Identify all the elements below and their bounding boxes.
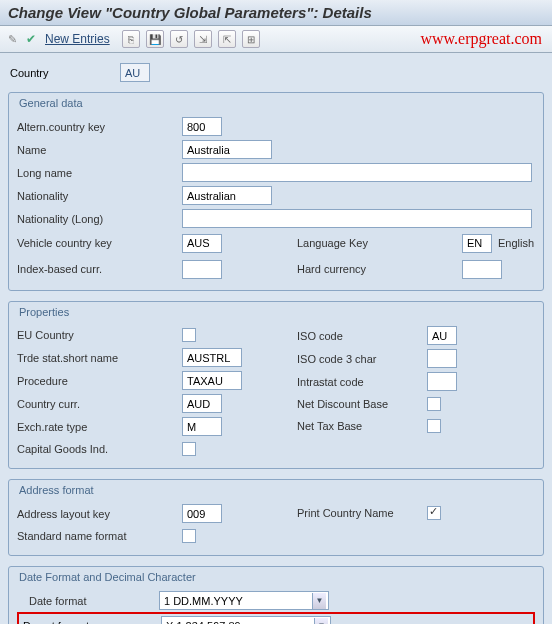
language-key-label: Language Key	[297, 237, 462, 249]
group-title-address: Address format	[19, 484, 535, 496]
eu-country-checkbox[interactable]	[182, 328, 196, 342]
hard-curr-input[interactable]	[462, 260, 502, 279]
watermark-text: www.erpgreat.com	[420, 30, 542, 48]
nationality-long-label: Nationality (Long)	[17, 213, 182, 225]
group-title-dateformat: Date Format and Decimal Character	[19, 571, 535, 583]
std-name-checkbox[interactable]	[182, 529, 196, 543]
export-icon[interactable]: ⇲	[194, 30, 212, 48]
altern-key-label: Altern.country key	[17, 121, 182, 133]
import-icon[interactable]: ⇱	[218, 30, 236, 48]
index-curr-label: Index-based curr.	[17, 263, 182, 275]
language-name-text: English	[498, 237, 534, 249]
exch-rate-label: Exch.rate type	[17, 421, 182, 433]
net-discount-label: Net Discount Base	[297, 398, 427, 410]
dec-format-label: Dec.pt.format	[23, 620, 161, 625]
properties-group: Properties EU Country Trde stat.short na…	[8, 301, 544, 469]
nationality-input[interactable]	[182, 186, 272, 205]
vehicle-key-input[interactable]	[182, 234, 222, 253]
iso3-label: ISO code 3 char	[297, 353, 427, 365]
date-format-select[interactable]: 1 DD.MM.YYYY ▼	[159, 591, 329, 610]
eu-country-label: EU Country	[17, 329, 182, 341]
iso-input[interactable]	[427, 326, 457, 345]
chevron-down-icon: ▼	[312, 593, 326, 609]
name-input[interactable]	[182, 140, 272, 159]
capital-goods-label: Capital Goods Ind.	[17, 443, 182, 455]
altern-key-input[interactable]	[182, 117, 222, 136]
intrastat-input[interactable]	[427, 372, 457, 391]
save-icon[interactable]: 💾	[146, 30, 164, 48]
procedure-label: Procedure	[17, 375, 182, 387]
new-entries-link[interactable]: New Entries	[45, 32, 110, 46]
dec-format-highlight: Dec.pt.format X 1,234,567.89 ▼	[17, 612, 535, 624]
country-curr-input[interactable]	[182, 394, 222, 413]
net-tax-checkbox[interactable]	[427, 419, 441, 433]
toolbar: ✎ ✔ New Entries ⎘ 💾 ↺ ⇲ ⇱ ⊞ www.erpgreat…	[0, 26, 552, 53]
layout-key-label: Address layout key	[17, 508, 182, 520]
check-icon[interactable]: ✔	[23, 31, 39, 47]
nationality-label: Nationality	[17, 190, 182, 202]
hard-curr-label: Hard currency	[297, 263, 462, 275]
page-title: Change View "Country Global Parameters":…	[0, 0, 552, 26]
date-format-label: Date format	[29, 595, 159, 607]
net-tax-label: Net Tax Base	[297, 420, 427, 432]
exch-rate-input[interactable]	[182, 417, 222, 436]
capital-goods-checkbox[interactable]	[182, 442, 196, 456]
country-input[interactable]	[120, 63, 150, 82]
procedure-input[interactable]	[182, 371, 242, 390]
net-discount-checkbox[interactable]	[427, 397, 441, 411]
layout-key-input[interactable]	[182, 504, 222, 523]
group-title-general: General data	[19, 97, 535, 109]
country-label: Country	[10, 67, 100, 79]
address-format-group: Address format Address layout key Standa…	[8, 479, 544, 556]
pencil-icon[interactable]: ✎	[8, 33, 17, 46]
print-country-label: Print Country Name	[297, 507, 427, 519]
trde-stat-label: Trde stat.short name	[17, 352, 182, 364]
date-format-value: 1 DD.MM.YYYY	[164, 595, 308, 607]
long-name-label: Long name	[17, 167, 182, 179]
date-format-group: Date Format and Decimal Character Date f…	[8, 566, 544, 624]
country-curr-label: Country curr.	[17, 398, 182, 410]
print-country-checkbox[interactable]	[427, 506, 441, 520]
iso-label: ISO code	[297, 330, 427, 342]
undo-icon[interactable]: ↺	[170, 30, 188, 48]
copy-icon[interactable]: ⎘	[122, 30, 140, 48]
trde-stat-input[interactable]	[182, 348, 242, 367]
language-key-input[interactable]	[462, 234, 492, 253]
dec-format-value: X 1,234,567.89	[166, 620, 310, 625]
chevron-down-icon: ▼	[314, 618, 328, 625]
group-title-properties: Properties	[19, 306, 535, 318]
vehicle-key-label: Vehicle country key	[17, 237, 182, 249]
long-name-input[interactable]	[182, 163, 532, 182]
dec-format-select[interactable]: X 1,234,567.89 ▼	[161, 616, 331, 624]
general-data-group: General data Altern.country key Name Lon…	[8, 92, 544, 291]
nationality-long-input[interactable]	[182, 209, 532, 228]
name-label: Name	[17, 144, 182, 156]
intrastat-label: Intrastat code	[297, 376, 427, 388]
iso3-input[interactable]	[427, 349, 457, 368]
index-curr-input[interactable]	[182, 260, 222, 279]
table-icon[interactable]: ⊞	[242, 30, 260, 48]
std-name-label: Standard name format	[17, 530, 182, 542]
